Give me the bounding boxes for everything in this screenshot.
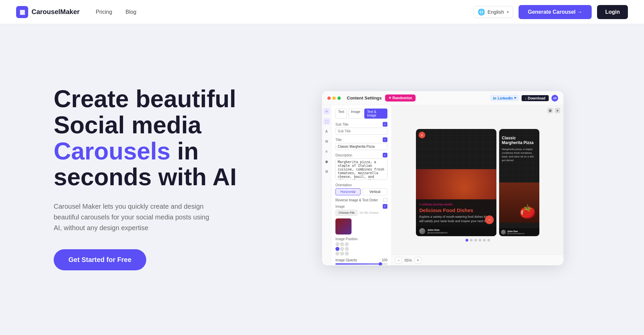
card-title: Delicious Food Dishes (419, 207, 493, 213)
sub-title-input[interactable] (335, 128, 387, 135)
pos-dot-3[interactable] (345, 242, 349, 246)
icon-sidebar: ⊹ ⬚ A ⚙ ≡ ◉ ⚙ (322, 105, 331, 265)
pos-dot-9[interactable] (345, 252, 349, 256)
panel-tabs: Text Image Text & Image (335, 109, 387, 119)
sidebar-icon-user[interactable]: ◉ (323, 158, 330, 165)
pos-dot-2[interactable] (340, 242, 344, 246)
hero-right: Content Settings ✦ Randomize in LinkedIn… (275, 91, 610, 265)
carousel-dot-5[interactable] (483, 239, 486, 242)
opacity-value: 100 (382, 258, 387, 262)
logo-icon: ▦ (16, 6, 28, 18)
sidebar-icon-list[interactable]: ≡ (323, 148, 330, 155)
opacity-row: Image Opacity 100 (335, 258, 387, 262)
side-card-user-name: John Doe (507, 230, 525, 232)
hero-section: Create beautiful Social media Carousels … (0, 24, 644, 326)
reverse-row: Reverse Image & Text Order (335, 198, 387, 202)
language-selector[interactable]: 🌐 English ▾ (473, 6, 513, 18)
heading-line2: Social media (54, 112, 201, 138)
tab-image[interactable]: Image (348, 109, 363, 119)
carousel-dot-2[interactable] (470, 239, 473, 242)
sub-title-label: Sub Title ✓ (335, 122, 387, 127)
choose-file-button[interactable]: Choose File (335, 210, 358, 216)
mockup-title: Content Settings (347, 95, 382, 100)
logo-area[interactable]: ▦ CarouselMaker (16, 6, 79, 18)
carousel-dot-6[interactable] (487, 239, 490, 242)
orientation-horizontal[interactable]: Horizontal (335, 188, 361, 195)
language-label: English (488, 9, 504, 15)
carousel-dot-1[interactable] (466, 239, 468, 242)
card-user-name: John Doe (427, 228, 447, 231)
zoom-in-button[interactable]: + (415, 257, 421, 264)
preview-settings-icon[interactable]: ⚙ (547, 108, 553, 113)
nav-link-pricing[interactable]: Pricing (96, 9, 112, 15)
description-textarea[interactable]: Margherita pizza, a staple of Italian cu… (335, 158, 387, 180)
sidebar-icon-text[interactable]: A (323, 128, 330, 135)
tab-text[interactable]: Text (335, 109, 347, 119)
carousel-dot-3[interactable] (474, 239, 477, 242)
pos-dot-8[interactable] (340, 252, 344, 256)
sidebar-icon-frame[interactable]: ⬚ (323, 118, 330, 125)
side-card-user-info: John Doe @carouselmakerco (507, 230, 525, 234)
navbar: ▦ CarouselMaker Pricing Blog 🌐 English ▾… (0, 0, 644, 24)
opacity-bar[interactable] (335, 263, 387, 265)
logo-text: CarouselMaker (32, 8, 79, 16)
pos-dot-4[interactable] (335, 247, 339, 251)
cta-button[interactable]: Get Started for Free (54, 249, 146, 270)
tab-text-image[interactable]: Text & Image (364, 109, 387, 119)
carousel-container: 1 ← A culinary journey awaits Delicious … (416, 129, 539, 236)
carousel-card-main: 1 ← A culinary journey awaits Delicious … (416, 129, 496, 236)
pos-dot-6[interactable] (345, 247, 349, 251)
pos-dot-1[interactable] (335, 242, 339, 246)
orientation-label: Orientation (335, 183, 387, 187)
window-dots (327, 96, 341, 100)
zoom-out-button[interactable]: − (395, 257, 402, 264)
pos-dot-7[interactable] (335, 252, 339, 256)
opacity-handle[interactable] (379, 262, 382, 265)
nav-link-blog[interactable]: Blog (125, 9, 136, 15)
heading-line3: in (170, 138, 199, 164)
zoom-level: 55% (405, 258, 412, 262)
nav-links: Pricing Blog (96, 9, 136, 15)
pos-dot-5[interactable] (340, 247, 344, 251)
preview-top-icons: ⚙ × (547, 108, 560, 113)
image-thumbnail (335, 218, 352, 234)
generate-carousel-button[interactable]: Generate Carousel → (519, 5, 592, 19)
orientation-vertical[interactable]: Vertical (363, 188, 388, 195)
next-button[interactable]: → (485, 215, 494, 224)
carousel-dot-4[interactable] (479, 239, 481, 242)
card-description: Explore a variety of mouth-watering food… (419, 215, 493, 223)
reverse-checkbox[interactable] (383, 198, 387, 202)
card-avatar (419, 228, 425, 234)
card-user-handle: @carouselmakerco (427, 231, 447, 234)
login-button[interactable]: Login (597, 5, 628, 19)
dot-yellow (332, 96, 336, 100)
side-card-footer: John Doe @carouselmakerco (499, 228, 539, 236)
dot-green (337, 96, 341, 100)
linkedin-badge: in LinkedIn ▾ (490, 95, 519, 101)
image-thumb-inner (335, 218, 352, 234)
left-panel: Text Image Text & Image Sub Title ✓ Titl… (331, 105, 392, 265)
sidebar-icon-move[interactable]: ⊹ (323, 108, 330, 115)
nav-right: 🌐 English ▾ Generate Carousel → Login (473, 5, 628, 19)
side-card-image (499, 183, 539, 223)
image-position-label: Image Position (335, 237, 387, 241)
carousel-card-side: Classic Margherita Pizza Margherita pizz… (499, 129, 539, 236)
user-avatar-small: JS (551, 95, 558, 102)
sidebar-icon-settings[interactable]: ⚙ (323, 138, 330, 145)
preview-delete-icon[interactable]: × (555, 108, 560, 113)
hero-left: Create beautiful Social media Carousels … (54, 86, 248, 270)
randomize-button[interactable]: ✦ Randomize (385, 94, 416, 102)
dot-red (327, 96, 331, 100)
download-badge[interactable]: ↓ Download (522, 95, 549, 101)
mockup-bottom-bar-wrapper: − 55% + (392, 255, 564, 265)
side-card-title: Classic Margherita Pizza (502, 136, 537, 145)
heading-highlight: Carousels (54, 138, 170, 164)
linkedin-chevron: ▾ (514, 96, 516, 100)
sidebar-icon-color[interactable]: ⚙ (323, 168, 330, 175)
title-input[interactable] (335, 143, 387, 150)
title-check: ✓ (383, 137, 387, 142)
heading-line1: Create beautiful (54, 85, 236, 112)
side-card-desc: Margherita pizza, a staple combines fres… (502, 147, 537, 162)
mockup-actions-right: in LinkedIn ▾ ↓ Download JS (490, 95, 558, 102)
description-label: Description ✓ (335, 153, 387, 157)
